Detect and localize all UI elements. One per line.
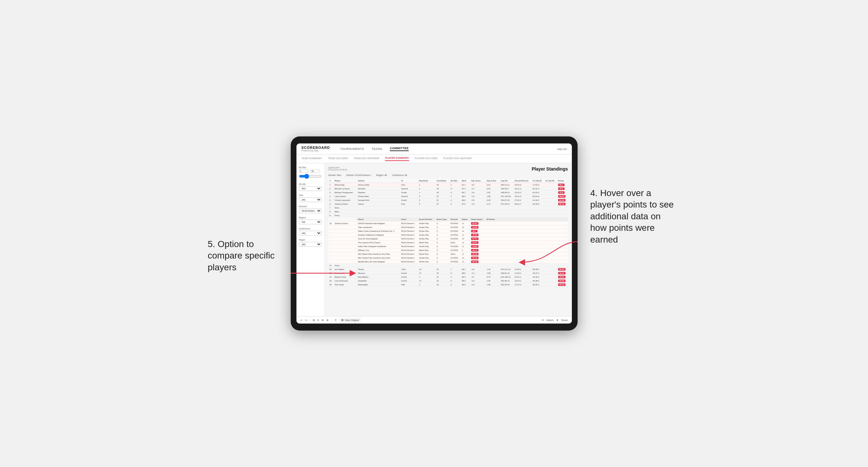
table-row[interactable]: 25Cole SherwoodVanderbiltFourth1223088.9… — [328, 279, 568, 283]
division-select[interactable]: NCAA Division I — [299, 209, 322, 213]
top-nav: SCOREBOARD Powered by clipp TOURNAMENTS … — [297, 144, 572, 155]
sub-nav-player-h2h-heatmap[interactable]: PLAYER H2H HEATMAP — [443, 157, 472, 161]
table-row[interactable]: 7Nichi... — [328, 206, 568, 210]
th-avg-sg: Avg SG — [499, 179, 513, 183]
points-badge[interactable]: 80.49 — [558, 199, 565, 201]
w-points-badge[interactable]: 46.7 — [471, 230, 477, 232]
table-row[interactable]: 4Luke ClantonFlorida StateSecond527268.2… — [328, 194, 568, 198]
player-select[interactable]: (All) — [299, 242, 322, 247]
table-row[interactable]: 23Jack LundinMissouriFourth1124088.5-2.3… — [328, 271, 568, 275]
no-rds-min-input[interactable] — [299, 169, 308, 173]
filter-row: Gender: Men Division: NCAA Division I Re… — [328, 174, 568, 176]
points-badge[interactable]: 78.3 — [558, 187, 564, 190]
no-rds-range: - — [299, 169, 322, 173]
nav-committee[interactable]: COMMITTEE — [390, 147, 409, 151]
no-rds-slider[interactable] — [299, 174, 322, 179]
th-vs25: Vs Top 25 — [531, 179, 544, 183]
dash-btn[interactable]: ⊟ — [322, 319, 324, 322]
undo-btn[interactable]: ↩ — [300, 319, 303, 322]
outer-wrapper: 4. Hover over a player's points to see a… — [291, 136, 578, 331]
points-badge[interactable]: 40.02 — [558, 276, 565, 278]
sub-nav: TEAM SUMMARY TEAM H2H GRID TEAM H2H HEAT… — [297, 155, 572, 163]
watch-icon: 👁 — [542, 319, 544, 321]
watch-btn[interactable]: Watch — [547, 319, 554, 322]
points-badge[interactable]: 80.58 — [558, 268, 565, 271]
table-row[interactable]: 1Wenyi DingArizona StateFirst115161.7-3.… — [328, 183, 568, 187]
sub-nav-team-h2h-grid[interactable]: TEAM H2H GRID — [328, 157, 348, 161]
conference-select[interactable]: (All) — [299, 231, 322, 236]
share-btn[interactable]: Share — [561, 319, 568, 322]
th-reg-rank: Reg Rank — [418, 179, 435, 183]
w-points-badge[interactable]: 24.11 — [471, 241, 478, 244]
update-time-value: 27/01/2024 16:56:26 — [328, 168, 347, 171]
points-badge[interactable]: 39.95 — [558, 280, 565, 282]
sub-nav-player-h2h-grid[interactable]: PLAYER H2H GRID — [415, 157, 437, 161]
table-row[interactable]: 21Tachi... — [328, 263, 568, 268]
year-select[interactable]: (All) — [299, 197, 322, 202]
sub-nav-player-summary[interactable]: PLAYER SUMMARY — [385, 157, 409, 161]
points-badge[interactable]: 88.2 — [558, 184, 564, 186]
tooltip-header-row: PlayerEventEvent DivisionEvent TypeRound… — [328, 217, 568, 222]
nav-teams[interactable]: TEAMS — [372, 147, 382, 151]
region-label: Region — [299, 216, 322, 219]
logo-scoreboard: SCOREBOARD — [302, 146, 330, 150]
view-original-btn[interactable]: ▦ View: Original — [340, 318, 361, 322]
filter-region: Region: All — [376, 174, 387, 176]
th-wins: Wins — [461, 179, 470, 183]
table-row[interactable]: 9Prest... — [328, 214, 568, 217]
points-badge[interactable]: 38.49 — [558, 283, 565, 286]
th-yr: Yr — [400, 179, 418, 183]
panel-header: Update time: 27/01/2024 16:56:26 Player … — [328, 166, 568, 172]
w-points-badge[interactable]: 25.38 — [471, 253, 478, 255]
sidebar-no-rds: No Rds. - — [299, 166, 322, 180]
filter-division: Division: NCAA Division I — [346, 174, 371, 176]
table-row[interactable]: 26Petr HrubyWashingtonFifth723068.6-1.81… — [328, 283, 568, 287]
division-label: Division — [299, 205, 322, 208]
table-row[interactable]: 24Bastien AmatNew MexicoFourth127269.4-3… — [328, 275, 568, 279]
tooltip-data-row: Mirabel Maui Jim IntercollegiateNCAA Div… — [328, 260, 568, 263]
table-row[interactable]: 22Ian GilliganFloridaThird1024168.7-0.81… — [328, 268, 568, 271]
w-points-badge[interactable]: 62.64 — [471, 222, 478, 225]
th-adj-score: Adj. Score — [470, 179, 486, 183]
sub-nav-team-h2h-heatmap[interactable]: TEAM H2H HEATMAP — [353, 157, 379, 161]
copy-btn[interactable]: ⎘ — [317, 319, 319, 322]
w-points-badge[interactable]: 73.33 — [471, 234, 478, 236]
sub-nav-team-summary[interactable]: TEAM SUMMARY — [302, 157, 322, 161]
plus-btn[interactable]: ⊕ — [327, 319, 329, 322]
range-separator: - — [309, 170, 310, 172]
nav-tournaments[interactable]: TOURNAMENTS — [340, 147, 364, 151]
table-header-row: # Player School Yr Reg Rank Conf Rank No… — [328, 179, 568, 183]
w-points-badge[interactable]: 53.60 — [471, 226, 478, 228]
w-points-badge[interactable]: 57.57 — [471, 238, 478, 240]
points-badge[interactable]: 80.27 — [558, 272, 565, 275]
table-row[interactable]: 3Michael ThorbjornsenStanfordFourth11808… — [328, 191, 568, 194]
table-row[interactable]: 8Mats... — [328, 210, 568, 214]
redo-btn[interactable]: ↪ — [305, 319, 307, 322]
tooltip-data-row: Tiger InvitationalNCAA Division IStroke … — [328, 225, 568, 229]
no-rds-max-input[interactable] — [310, 169, 319, 173]
w-points-badge[interactable]: 54.18 — [471, 257, 478, 259]
points-badge[interactable]: 88.54 — [558, 195, 565, 198]
w-points-badge[interactable]: 66.40 — [471, 260, 478, 263]
tooltip-data-row: Williams CupNCAA Division IMatch Play3PL… — [328, 248, 568, 252]
gender-select[interactable]: Men Women — [299, 186, 322, 191]
table-row[interactable]: 2Michael La SassoOle MissSecond118067.1-… — [328, 187, 568, 191]
sep1: | — [310, 319, 310, 321]
download-btn[interactable]: ⬇ — [556, 319, 558, 322]
points-badge[interactable]: 78.2 — [558, 191, 564, 194]
clock-btn[interactable]: ⏱ — [334, 319, 337, 322]
grid-btn[interactable]: ⊞ — [313, 319, 315, 322]
th-vs50: Vs Top 50 — [544, 179, 557, 183]
right-panel: Update time: 27/01/2024 16:56:26 Player … — [324, 163, 572, 316]
update-time-block: Update time: 27/01/2024 16:56:26 — [328, 166, 347, 171]
w-points-badge[interactable]: 30.47 — [471, 249, 478, 251]
w-points-badge[interactable]: 16.50 — [471, 245, 478, 248]
table-row[interactable]: 5Christo LamprechtGeorgia TechFourth2212… — [328, 198, 568, 202]
table-row[interactable]: 6Jackson KolsonAuburnFirst227587.5-2.02.… — [328, 202, 568, 206]
points-badge[interactable]: 68.18 — [558, 203, 565, 205]
tooltip-data-row: SEC Match Play hosted by Jerry PateNCAA … — [328, 252, 568, 256]
year-label: Year — [299, 194, 322, 196]
sign-out-link[interactable]: Sign out — [557, 148, 566, 151]
region-select[interactable]: N/A — [299, 220, 322, 224]
view-icon: ▦ — [341, 319, 344, 321]
